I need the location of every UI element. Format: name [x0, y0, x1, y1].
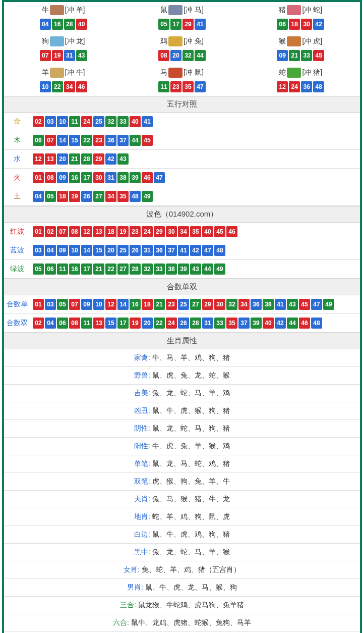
- attr-row: 三合:鼠龙猴、牛蛇鸡、虎马狗、兔羊猪: [4, 597, 360, 614]
- attr-rows: 家禽:牛、马、羊、鸡、狗、猪野兽:鼠、虎、兔、龙、蛇、猴吉美:兔、龙、蛇、马、羊…: [4, 349, 360, 632]
- number-ball: 05: [158, 19, 169, 30]
- zodiac-cell: 鸡[冲 兔]08203244: [123, 33, 241, 65]
- number-ball: 43: [117, 153, 129, 165]
- row-nums: 06071415222336374445: [30, 134, 360, 146]
- zodiac-cell: 狗[冲 龙]07193143: [4, 33, 123, 65]
- number-ball: 24: [289, 81, 300, 92]
- number-ball: 39: [251, 318, 262, 329]
- number-ball: 10: [93, 299, 104, 310]
- zodiac-nums: 11233547: [123, 81, 241, 93]
- zodiac-clash: [冲 马]: [184, 6, 204, 15]
- number-ball: 07: [40, 50, 51, 61]
- number-ball: 18: [105, 226, 116, 237]
- number-ball: 26: [130, 245, 141, 256]
- zodiac-icon: [287, 68, 301, 78]
- zodiac-cell: 猴[冲 虎]09213345: [241, 33, 360, 65]
- number-ball: 09: [277, 50, 288, 61]
- number-ball: 20: [105, 245, 116, 256]
- section-shengxiao-title: 生肖属性: [4, 333, 360, 349]
- number-ball: 02: [45, 226, 56, 237]
- zodiac-cell: 牛[冲 羊]04162840: [4, 2, 123, 33]
- section-heshu-title: 合数单双: [4, 279, 360, 295]
- number-ball: 11: [69, 116, 80, 127]
- attr-key: 白边:: [134, 530, 150, 538]
- zodiac-nums: 08203244: [123, 49, 241, 62]
- row-label: 绿波: [4, 265, 30, 274]
- number-ball: 41: [142, 116, 153, 127]
- number-ball: 42: [105, 153, 116, 165]
- attr-key: 女肖:: [124, 565, 140, 573]
- row-label: 土: [4, 192, 30, 201]
- attr-key: 吉美:: [134, 389, 150, 397]
- number-ball: 07: [57, 226, 68, 237]
- number-ball: 47: [202, 245, 213, 256]
- number-ball: 40: [76, 19, 87, 30]
- zodiac-clash: [冲 牛]: [65, 68, 85, 77]
- section-bose-title: 波色（014902.com）: [4, 206, 360, 223]
- number-ball: 44: [202, 263, 213, 275]
- number-ball: 40: [263, 318, 274, 329]
- attr-value: 兔、蛇、羊、鸡、猪（五宫肖）: [142, 565, 240, 573]
- data-row: 蓝波03040910141520252631363741424748: [4, 241, 360, 260]
- number-ball: 21: [93, 263, 104, 275]
- attr-row: 地肖:蛇、羊、鸡、狗、鼠、虎: [4, 508, 360, 526]
- attr-value: 鼠牛、龙鸡、虎猪、蛇猴、兔狗、马羊: [131, 618, 251, 626]
- number-ball: 10: [40, 81, 51, 92]
- zodiac-clash: [冲 羊]: [65, 6, 85, 15]
- number-ball: 37: [166, 245, 177, 256]
- number-ball: 03: [45, 299, 56, 310]
- zodiac-grid: 牛[冲 羊]04162840鼠[冲 马]05172941猪[冲 蛇]061830…: [4, 2, 360, 96]
- data-row: 红波0102070812131819232429303435404546: [4, 223, 360, 241]
- attr-value: 鼠、龙、蛇、马、狗、猪: [152, 424, 230, 432]
- number-ball: 34: [105, 191, 116, 202]
- data-row: 土04051819262734354849: [4, 187, 360, 206]
- number-ball: 34: [178, 226, 189, 237]
- row-nums: 04051819262734354849: [30, 190, 360, 202]
- number-ball: 47: [154, 172, 165, 183]
- row-label: 火: [4, 173, 30, 182]
- zodiac-name: 马: [160, 68, 167, 77]
- bose-rows: 红波0102070812131819232429303435404546蓝波03…: [4, 223, 360, 279]
- row-nums: 0108091617303138394647: [30, 172, 360, 184]
- row-nums: 05061116172122272832333839434449: [30, 263, 360, 275]
- attr-row: 阳性:牛、虎、兔、羊、猴、鸡: [4, 438, 360, 455]
- number-ball: 45: [142, 135, 153, 146]
- zodiac-cell: 猪[冲 蛇]06183042: [241, 2, 360, 33]
- number-ball: 35: [183, 81, 194, 92]
- attr-key: 三合:: [120, 601, 136, 609]
- number-ball: 12: [81, 226, 92, 237]
- number-ball: 37: [117, 135, 129, 146]
- number-ball: 23: [166, 299, 177, 310]
- zodiac-cell: 羊[冲 牛]10223446: [4, 65, 123, 96]
- number-ball: 05: [57, 299, 68, 310]
- number-ball: 19: [117, 226, 129, 237]
- number-ball: 32: [105, 116, 116, 127]
- number-ball: 14: [81, 245, 92, 256]
- number-ball: 22: [105, 263, 116, 275]
- attr-row: 白边:鼠、牛、虎、鸡、狗、猪: [4, 526, 360, 544]
- number-ball: 38: [263, 299, 274, 310]
- number-ball: 08: [69, 318, 80, 329]
- number-ball: 30: [166, 226, 177, 237]
- number-ball: 49: [142, 191, 153, 202]
- attr-row: 野兽:鼠、虎、兔、龙、蛇、猴: [4, 367, 360, 385]
- zodiac-nums: 10223446: [4, 81, 123, 93]
- number-ball: 20: [57, 153, 68, 165]
- number-ball: 12: [277, 81, 288, 92]
- attr-key: 家禽:: [134, 353, 150, 361]
- attr-key: 阳性:: [134, 442, 150, 450]
- number-ball: 42: [275, 318, 286, 329]
- attr-row: 家禽:牛、马、羊、鸡、狗、猪: [4, 349, 360, 367]
- number-ball: 45: [313, 50, 324, 61]
- number-ball: 45: [214, 226, 225, 237]
- data-row: 水1213202128294243: [4, 150, 360, 169]
- number-ball: 33: [117, 116, 129, 127]
- attr-row: 吉美:兔、龙、蛇、马、羊、鸡: [4, 385, 360, 402]
- zodiac-nums: 04162840: [4, 18, 123, 30]
- attr-key: 男肖:: [127, 583, 143, 591]
- zodiac-name: 鼠: [160, 6, 167, 15]
- zodiac-clash: [冲 猪]: [302, 68, 322, 77]
- number-ball: 40: [202, 226, 213, 237]
- number-ball: 22: [154, 318, 165, 329]
- number-ball: 16: [69, 172, 80, 183]
